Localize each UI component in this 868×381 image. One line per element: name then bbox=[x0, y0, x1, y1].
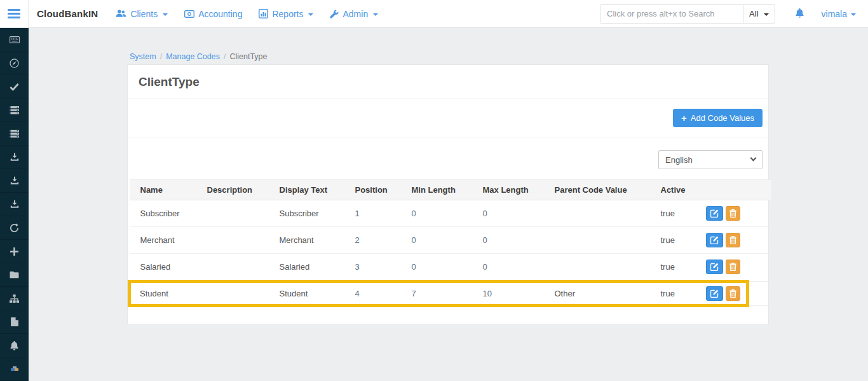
chevron-down-icon bbox=[851, 13, 856, 16]
cell-active: true bbox=[656, 200, 701, 227]
search-scope-dropdown[interactable]: All bbox=[743, 5, 774, 23]
nav-label: Reports bbox=[272, 9, 303, 19]
table-row: Subscriber Subscriber 1 0 0 true bbox=[130, 200, 771, 227]
edit-icon bbox=[710, 263, 719, 271]
sidebar-item-alerts[interactable] bbox=[0, 334, 29, 357]
chevron-down-icon bbox=[373, 13, 378, 16]
cash-icon bbox=[184, 10, 194, 18]
panel-bottom-padding bbox=[128, 307, 768, 324]
table-row: Salaried Salaried 3 0 0 true bbox=[130, 254, 771, 282]
sidebar-item-document[interactable] bbox=[0, 310, 29, 334]
nav-item-reports[interactable]: Reports bbox=[259, 9, 313, 19]
cell-display-text: Salaried bbox=[275, 254, 350, 282]
cell-max-length: 0 bbox=[478, 200, 550, 227]
delete-button[interactable] bbox=[726, 206, 740, 221]
cell-actions bbox=[701, 227, 748, 254]
user-menu[interactable]: vimala bbox=[822, 9, 856, 19]
sidebar-item-sitemap[interactable] bbox=[0, 287, 29, 310]
search-input[interactable] bbox=[600, 5, 743, 23]
page-title: ClientType bbox=[128, 65, 768, 99]
delete-button[interactable] bbox=[726, 286, 740, 301]
sidebar-item-add[interactable] bbox=[0, 240, 29, 263]
cell-position: 4 bbox=[350, 282, 407, 306]
cell-position: 2 bbox=[350, 227, 407, 254]
edit-button[interactable] bbox=[706, 233, 723, 247]
trash-icon bbox=[729, 263, 736, 271]
cell-min-length: 0 bbox=[407, 227, 478, 254]
delete-button[interactable] bbox=[726, 260, 740, 274]
table-row-highlighted: Student Student 4 7 10 Other true bbox=[130, 282, 771, 306]
sidebar-item-server-2[interactable] bbox=[0, 122, 29, 146]
sidebar-item-refresh[interactable] bbox=[0, 216, 29, 240]
cell-name: Salaried bbox=[130, 254, 202, 282]
cell-description bbox=[202, 282, 275, 306]
code-values-table: Name Description Display Text Position M… bbox=[128, 179, 771, 307]
wrench-icon bbox=[330, 10, 339, 18]
nav-item-admin[interactable]: Admin bbox=[330, 9, 378, 19]
nav-item-accounting[interactable]: Accounting bbox=[184, 9, 242, 19]
col-header-actions bbox=[701, 180, 748, 200]
add-button-label: Add Code Values bbox=[691, 113, 754, 123]
add-code-values-button[interactable]: +Add Code Values bbox=[673, 109, 763, 127]
language-select[interactable]: English bbox=[658, 150, 763, 169]
cell-parent-code-value bbox=[550, 227, 656, 254]
sidebar-item-import-1[interactable] bbox=[0, 146, 29, 169]
chevron-down-icon bbox=[308, 13, 313, 16]
sidebar-item-folder[interactable] bbox=[0, 263, 29, 287]
server-icon bbox=[10, 130, 19, 138]
cell-description bbox=[202, 254, 275, 282]
sidebar-item-import-2[interactable] bbox=[0, 169, 29, 193]
main-nav: Clients Accounting Reports Admin bbox=[116, 9, 378, 19]
sidebar-item-partial[interactable] bbox=[0, 357, 29, 381]
cell-max-length: 0 bbox=[478, 227, 550, 254]
server-icon bbox=[10, 106, 19, 114]
icon-sidebar bbox=[0, 28, 29, 381]
col-header-min-length: Min Length bbox=[407, 180, 478, 200]
download-icon bbox=[10, 200, 19, 209]
breadcrumb-link-system[interactable]: System bbox=[130, 52, 156, 61]
notifications-button[interactable] bbox=[795, 8, 804, 20]
nav-label: Admin bbox=[342, 9, 368, 19]
cell-active: true bbox=[656, 227, 701, 254]
search-scope-label: All bbox=[749, 9, 758, 18]
cell-name: Merchant bbox=[130, 227, 202, 254]
cell-position: 1 bbox=[350, 200, 407, 227]
col-header-name: Name bbox=[130, 180, 202, 200]
topbar-right: All vimala bbox=[600, 4, 856, 24]
bell-icon bbox=[10, 340, 19, 350]
nav-item-clients[interactable]: Clients bbox=[116, 9, 168, 19]
cell-display-text: Subscriber bbox=[275, 200, 350, 227]
sidebar-item-compass[interactable] bbox=[0, 52, 29, 75]
edit-button[interactable] bbox=[706, 286, 723, 301]
breadcrumb-link-manage-codes[interactable]: Manage Codes bbox=[166, 52, 220, 61]
cell-active: true bbox=[656, 282, 701, 306]
delete-button[interactable] bbox=[726, 233, 740, 247]
breadcrumb-current: ClientType bbox=[229, 52, 267, 61]
cell-description bbox=[202, 200, 275, 227]
sidebar-item-approvals[interactable] bbox=[0, 75, 29, 99]
cell-parent-code-value: Other bbox=[550, 282, 656, 306]
edit-button[interactable] bbox=[706, 206, 723, 221]
language-select-wrap: English bbox=[658, 150, 763, 169]
sidebar-toggle-button[interactable] bbox=[0, 0, 29, 27]
hamburger-icon bbox=[8, 9, 20, 18]
cell-position: 3 bbox=[350, 254, 407, 282]
sidebar-item-keyboard[interactable] bbox=[0, 28, 29, 52]
trash-icon bbox=[729, 289, 736, 298]
col-header-max-length: Max Length bbox=[478, 180, 550, 200]
sidebar-item-import-3[interactable] bbox=[0, 193, 29, 216]
col-header-description: Description bbox=[202, 180, 275, 200]
partial-icon bbox=[10, 366, 19, 371]
file-icon bbox=[11, 317, 18, 326]
sidebar-item-server-1[interactable] bbox=[0, 99, 29, 122]
bell-icon bbox=[795, 8, 804, 20]
col-header-spacer bbox=[748, 180, 771, 200]
global-search-group: All bbox=[600, 4, 775, 24]
cell-min-length: 0 bbox=[407, 254, 478, 282]
edit-icon bbox=[710, 209, 719, 218]
bar-chart-icon bbox=[259, 9, 268, 18]
edit-icon bbox=[710, 289, 719, 298]
table-header-row: Name Description Display Text Position M… bbox=[130, 180, 771, 200]
edit-button[interactable] bbox=[706, 260, 723, 274]
sitemap-icon bbox=[10, 294, 19, 303]
